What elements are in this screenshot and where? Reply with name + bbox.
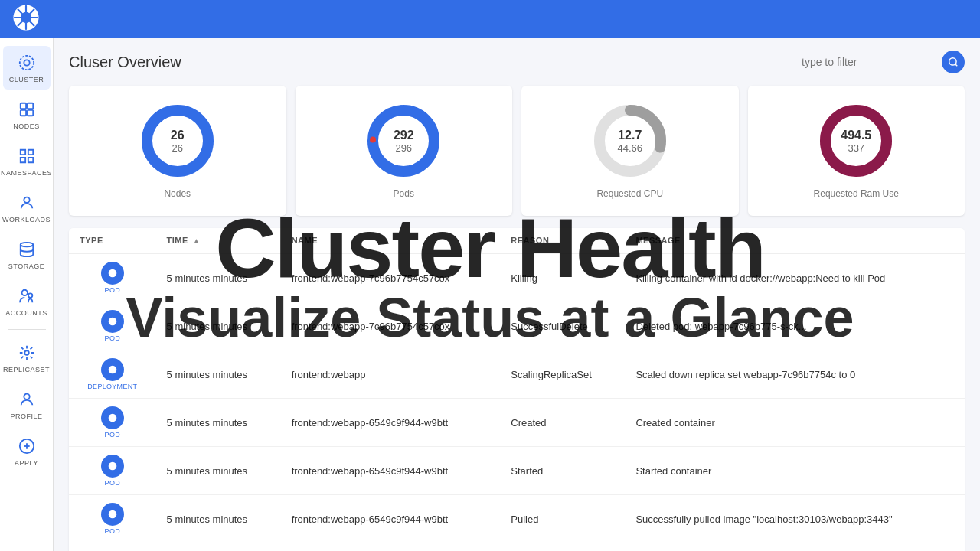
accounts-icon <box>16 285 38 307</box>
cpu-total: 44.66 <box>617 142 642 155</box>
svg-line-26 <box>956 64 958 67</box>
donut-nodes: 26 26 <box>139 103 216 179</box>
cell-name: frontend:webapp-7c96b7754c57cox <box>281 253 501 302</box>
main-layout: CLUSTER NODES NAMESPACES WORKLOADS STORA <box>0 38 980 551</box>
stat-card-pods: 292 296 Pods <box>296 86 513 216</box>
type-icon <box>101 406 124 429</box>
type-icon <box>101 358 124 381</box>
sidebar-item-storage[interactable]: STORAGE <box>3 233 51 276</box>
svg-point-37 <box>108 318 116 326</box>
svg-rect-12 <box>20 103 25 109</box>
ram-value: 494.5 <box>841 128 871 142</box>
events-table: TYPE TIME ▲ NAME REASON MESSAGE POD <box>69 228 965 551</box>
type-icon <box>101 455 124 478</box>
cell-message: Killing container with id docker://webap… <box>625 253 965 302</box>
cell-name: frontend:webapp-6549c9f944-w9btt <box>281 447 501 495</box>
sidebar-item-accounts[interactable]: ACCOUNTS <box>3 279 51 323</box>
ram-total: 337 <box>841 142 871 155</box>
sidebar-item-namespaces[interactable]: NAMESPACES <box>3 139 51 183</box>
svg-rect-13 <box>27 103 32 109</box>
cell-reason: Started <box>500 447 625 495</box>
cell-time: 5 minutes minutes <box>156 302 281 350</box>
cell-type: POD <box>69 447 156 495</box>
svg-point-17 <box>20 243 33 247</box>
type-badge: POD <box>80 455 145 487</box>
filter-input[interactable] <box>802 56 936 68</box>
cell-message: pulling image "localhost:30103/webapp:34… <box>625 543 965 552</box>
sidebar-item-workloads[interactable]: WORKLOADS <box>3 186 51 230</box>
page-title: Cluser Overview <box>69 54 181 71</box>
table-row: POD 5 minutes minutes frontend:webapp-7c… <box>69 253 965 302</box>
svg-point-38 <box>108 366 116 374</box>
events-table-body: POD 5 minutes minutes frontend:webapp-7c… <box>69 253 965 551</box>
type-label: POD <box>105 479 120 487</box>
filter-area <box>802 51 965 73</box>
cell-time: 5 minutes minutes <box>156 253 281 302</box>
sidebar-item-apply[interactable]: APPLY <box>3 429 51 473</box>
svg-point-18 <box>21 290 27 295</box>
sidebar-divider <box>8 329 46 330</box>
type-label: POD <box>105 527 120 535</box>
donut-cpu: 12.7 44.66 <box>592 103 668 179</box>
sidebar-item-cluster[interactable]: CLUSTER <box>3 46 51 90</box>
pods-label: Pods <box>394 188 414 199</box>
stats-row: 26 26 Nodes 292 296 <box>69 86 965 216</box>
sidebar-item-cluster-label: CLUSTER <box>9 76 44 83</box>
events-table-header: TYPE TIME ▲ NAME REASON MESSAGE <box>69 228 965 253</box>
svg-point-10 <box>24 60 29 65</box>
ram-label: Requested Ram Use <box>814 188 899 199</box>
type-label: DEPLOYMENT <box>87 383 137 390</box>
nodes-icon <box>16 99 38 120</box>
donut-pods: 292 296 <box>365 103 442 179</box>
svg-point-41 <box>108 510 116 519</box>
col-type: TYPE <box>69 228 156 253</box>
stat-card-ram: 494.5 337 Requested Ram Use <box>748 86 965 216</box>
cell-name: frontend:webapp-6549c9f944-w9btt <box>281 399 501 447</box>
sort-icon: ▲ <box>192 236 200 245</box>
table-row: POD 5 minutes minutes frontend:webapp-65… <box>69 447 965 495</box>
svg-point-19 <box>28 293 32 298</box>
pods-total: 296 <box>394 142 414 155</box>
sidebar-item-nodes[interactable]: NODES <box>3 93 51 136</box>
nodes-label: Nodes <box>164 188 191 199</box>
donut-ram: 494.5 337 <box>818 103 894 179</box>
replicaset-icon <box>16 342 38 364</box>
cell-type: POD <box>69 253 156 302</box>
svg-point-40 <box>108 462 116 471</box>
stat-card-cpu: 12.7 44.66 Requested CPU <box>521 86 739 216</box>
type-icon <box>101 503 124 526</box>
storage-icon <box>16 239 38 260</box>
svg-point-25 <box>949 58 956 65</box>
type-label: POD <box>105 286 120 294</box>
cell-message: Successfully pulled image "localhost:301… <box>625 495 965 543</box>
profile-icon <box>16 389 38 410</box>
search-button[interactable] <box>942 51 965 73</box>
cell-type: POD <box>69 302 156 350</box>
type-icon <box>101 310 124 333</box>
sidebar-item-replicaset-label: REPLICASET <box>3 366 50 373</box>
sidebar-item-replicaset[interactable]: REPLICASET <box>3 336 51 380</box>
workloads-icon <box>16 192 38 214</box>
sidebar: CLUSTER NODES NAMESPACES WORKLOADS STORA <box>0 38 54 551</box>
cell-time: 5 minutes minutes <box>156 399 281 447</box>
sidebar-item-profile[interactable]: PROFILE <box>3 383 51 426</box>
pods-value: 292 <box>394 128 414 142</box>
table-row: DEPLOYMENT 5 minutes minutes frontend:we… <box>69 350 965 399</box>
donut-center-nodes: 26 26 <box>171 128 185 155</box>
cpu-value: 12.7 <box>617 128 642 142</box>
cell-time: 5 minutes minutes <box>156 447 281 495</box>
cell-type: POD <box>69 399 156 447</box>
svg-rect-15 <box>27 110 32 116</box>
type-label: POD <box>105 431 120 439</box>
cell-message: Deleted pod: webapp-7c96b775-s-ck... <box>625 302 965 350</box>
app-logo <box>12 4 40 34</box>
type-icon <box>101 262 124 285</box>
svg-point-16 <box>24 197 29 203</box>
nodes-total: 26 <box>171 142 185 155</box>
type-badge: POD <box>80 503 145 535</box>
svg-point-21 <box>24 394 29 399</box>
cell-reason: Pulling <box>500 543 625 552</box>
cpu-label: Requested CPU <box>596 188 663 199</box>
cell-message: Created container <box>625 399 965 447</box>
sidebar-item-profile-label: PROFILE <box>10 412 42 420</box>
